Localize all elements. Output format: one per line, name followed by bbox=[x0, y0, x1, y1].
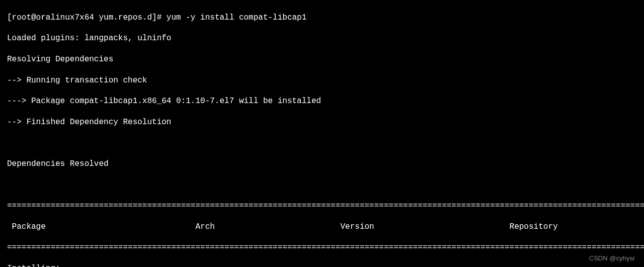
output-line: Installing: bbox=[7, 263, 644, 267]
output-line: --> Running transaction check bbox=[7, 75, 644, 86]
separator-line: ========================================… bbox=[7, 201, 644, 211]
blank-line bbox=[7, 180, 644, 191]
output-line: ---> Package compat-libcap1.x86_64 0:1.1… bbox=[7, 96, 644, 107]
output-line: Dependencies Resolved bbox=[7, 159, 644, 169]
output-line: --> Finished Dependency Resolution bbox=[7, 117, 644, 128]
separator-line: ========================================… bbox=[7, 242, 644, 253]
output-line: Resolving Dependencies bbox=[7, 54, 644, 65]
blank-line bbox=[7, 138, 644, 148]
shell-prompt: [root@oralinux7x64 yum.repos.d]# bbox=[7, 13, 167, 22]
table-header: Package Arch Version Repository Size bbox=[7, 222, 644, 232]
watermark: CSDN @cyhysr bbox=[589, 254, 635, 263]
terminal-output: [root@oralinux7x64 yum.repos.d]# yum -y … bbox=[0, 2, 644, 267]
command-input[interactable]: yum -y install compat-libcap1 bbox=[167, 13, 306, 22]
output-line: Loaded plugins: langpacks, ulninfo bbox=[7, 33, 644, 44]
